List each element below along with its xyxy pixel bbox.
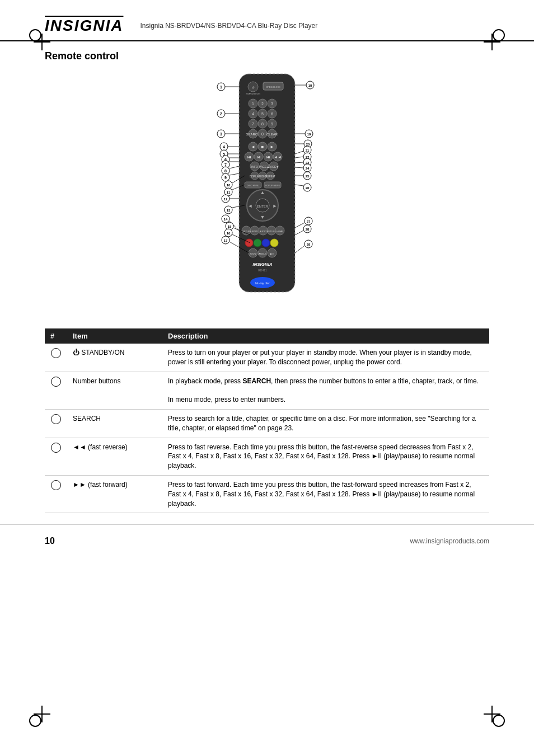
row-num <box>45 475 67 513</box>
remote-table: # Item Description ⏻ STANDBY/ON Press to… <box>45 328 489 513</box>
item-circle <box>51 377 61 387</box>
reg-circle-tl <box>29 29 41 41</box>
table-row: ⏻ STANDBY/ON Press to turn on your playe… <box>45 344 489 372</box>
page-content: Remote control ⏻ STANDBY/ON OPEN/CLOSE 1… <box>0 50 534 513</box>
svg-text:⏮: ⏮ <box>247 155 251 159</box>
svg-line-169 <box>295 223 305 228</box>
remote-diagram: ⏻ STANDBY/ON OPEN/CLOSE 1 2 3 4 5 6 7 <box>45 71 489 317</box>
svg-point-79 <box>262 239 270 247</box>
logo: INSIGNIA <box>45 17 123 35</box>
col-header-item: Item <box>67 328 162 344</box>
svg-text:20: 20 <box>306 143 310 146</box>
svg-text:13: 13 <box>227 209 231 212</box>
svg-text:25: 25 <box>306 175 310 178</box>
col-header-num: # <box>45 328 67 344</box>
svg-text:PAGE▼: PAGE▼ <box>269 165 279 168</box>
svg-text:INFO: INFO <box>251 165 258 168</box>
svg-text:ZOOM: ZOOM <box>250 252 256 255</box>
svg-text:16: 16 <box>227 232 231 235</box>
section-title: Remote control <box>45 50 489 62</box>
svg-text:27: 27 <box>307 220 311 223</box>
svg-text:►: ► <box>270 144 274 149</box>
header: INSIGNIA Insignia NS-BRDVD4/NS-BRDVD4-CA… <box>0 0 534 41</box>
svg-text:26: 26 <box>306 186 310 190</box>
svg-text:ANGLE: ANGLE <box>259 252 266 255</box>
svg-text:⏯: ⏯ <box>257 155 261 159</box>
svg-line-115 <box>229 173 239 175</box>
svg-point-77 <box>245 239 253 247</box>
row-item: ►► (fast forward) <box>67 475 162 513</box>
row-item: ⏻ STANDBY/ON <box>67 344 162 372</box>
svg-line-154 <box>295 157 303 158</box>
svg-line-112 <box>229 166 239 168</box>
header-subtitle: Insignia NS-BRDVD4/NS-BRDVD4-CA Blu-Ray … <box>140 22 317 30</box>
svg-text:■: ■ <box>261 144 264 149</box>
svg-text:blu-ray disc: blu-ray disc <box>255 281 270 285</box>
svg-text:6: 6 <box>271 112 273 116</box>
svg-line-157 <box>295 162 303 163</box>
svg-text:INSIGNIA: INSIGNIA <box>252 262 273 267</box>
item-circle <box>51 443 61 453</box>
svg-text:ENTER: ENTER <box>257 205 269 208</box>
footer: 10 www.insigniaproducts.com <box>0 524 534 557</box>
logo-text: INSIGNIA <box>45 17 123 34</box>
page-number: 10 <box>45 536 55 546</box>
svg-text:7: 7 <box>224 163 227 167</box>
svg-text:REPEAT: REPEAT <box>265 175 275 178</box>
svg-text:19: 19 <box>307 133 311 136</box>
reg-circle-br <box>493 715 505 727</box>
svg-text:8: 8 <box>224 169 227 173</box>
svg-text:9: 9 <box>224 176 227 180</box>
svg-text:⏭: ⏭ <box>266 155 270 159</box>
table-container: # Item Description ⏻ STANDBY/ON Press to… <box>45 328 489 513</box>
svg-text:18: 18 <box>308 84 312 87</box>
svg-text:1: 1 <box>252 102 254 106</box>
svg-line-160 <box>295 167 303 168</box>
row-num <box>45 409 67 438</box>
reg-circle-bl <box>29 715 41 727</box>
svg-text:17: 17 <box>224 239 228 242</box>
svg-text:7: 7 <box>252 122 254 126</box>
svg-text:8: 8 <box>261 122 264 126</box>
svg-text:◄◄: ◄◄ <box>274 155 282 159</box>
svg-text:DISC MENU: DISC MENU <box>247 184 260 187</box>
svg-text:1: 1 <box>220 85 222 89</box>
svg-text:21: 21 <box>306 149 310 152</box>
table-row: ►► (fast forward) Press to fast forward.… <box>45 475 489 513</box>
svg-text:CLEAR: CLEAR <box>266 133 278 136</box>
svg-text:3: 3 <box>271 102 273 106</box>
row-desc: Press to turn on your player or put your… <box>162 344 489 372</box>
item-circle <box>51 414 61 424</box>
svg-text:28: 28 <box>306 228 310 231</box>
item-circle <box>51 480 61 490</box>
svg-text:4: 4 <box>252 112 254 116</box>
svg-point-78 <box>254 239 261 247</box>
svg-text:▼: ▼ <box>260 214 265 220</box>
svg-text:RETURN: RETURN <box>267 230 277 233</box>
svg-text:▶II: ▶II <box>270 252 273 255</box>
svg-text:3: 3 <box>220 132 222 136</box>
svg-text:14: 14 <box>224 218 228 221</box>
svg-text:◄: ◄ <box>251 144 255 149</box>
svg-line-175 <box>295 246 305 253</box>
svg-text:10: 10 <box>227 184 231 187</box>
svg-line-172 <box>295 231 303 235</box>
col-header-desc: Description <box>162 328 489 344</box>
svg-text:24: 24 <box>306 167 310 170</box>
row-desc: Press to fast forward. Each time you pre… <box>162 475 489 513</box>
svg-text:11: 11 <box>227 191 231 194</box>
svg-text:AUDIO: AUDIO <box>260 230 267 233</box>
row-item: SEARCH <box>67 409 162 438</box>
svg-line-166 <box>295 185 303 186</box>
svg-text:12: 12 <box>224 198 228 201</box>
svg-text:OPEN/CLOSE: OPEN/CLOSE <box>266 86 280 88</box>
svg-text:RD411: RD411 <box>258 269 267 272</box>
row-desc: In playback mode, press SEARCH, then pre… <box>162 372 489 409</box>
row-num <box>45 438 67 475</box>
svg-text:POPUP MENU: POPUP MENU <box>265 184 280 187</box>
svg-text:STANDBY/ON: STANDBY/ON <box>246 92 260 95</box>
row-num <box>45 372 67 409</box>
footer-url: www.insigniaproducts.com <box>410 537 489 545</box>
table-row: SEARCH Press to search for a title, chap… <box>45 409 489 438</box>
svg-text:5: 5 <box>261 112 264 116</box>
